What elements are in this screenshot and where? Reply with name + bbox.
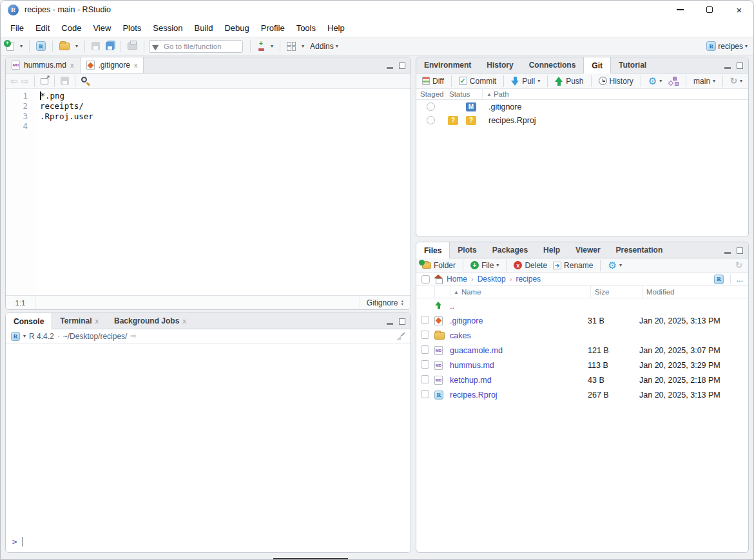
tab-packages[interactable]: Packages [485,242,536,258]
project-directory-icon[interactable]: R [714,275,724,284]
minimize-pane-icon[interactable] [387,67,393,69]
menu-debug[interactable]: Debug [218,21,255,35]
file-checkbox[interactable] [421,360,429,369]
close-tab-icon[interactable]: x [95,317,99,325]
menu-help[interactable]: Help [322,21,351,35]
git-file-row[interactable]: ? ? recipes.Rproj [416,113,748,127]
menu-file[interactable]: File [5,21,30,35]
more-options-button[interactable]: ... [730,275,743,284]
git-refresh-button[interactable]: ↻ ▾ [729,76,744,86]
file-row[interactable]: MD ketchup.md 43 B Jan 20, 2025, 2:18 PM [416,372,748,387]
menu-view[interactable]: View [87,21,117,35]
file-link[interactable]: ketchup.md [450,376,588,385]
menu-profile[interactable]: Profile [255,21,291,35]
tab-tutorial[interactable]: Tutorial [611,57,654,73]
folder-link[interactable]: cakes [450,331,588,340]
maximize-pane-icon[interactable] [737,63,743,69]
file-checkbox[interactable] [421,316,429,324]
new-folder-button[interactable]: Folder [421,260,457,271]
file-link[interactable]: hummus.md [450,361,588,370]
workspace-panes-dropdown[interactable]: ▾ [300,43,306,50]
save-button[interactable] [90,41,102,52]
tab-background-jobs[interactable]: Background Jobs x [106,313,194,329]
minimize-pane-icon[interactable] [387,323,393,325]
close-tab-icon[interactable]: x [182,317,186,325]
column-header-modified[interactable]: Modified [643,286,748,298]
tab-help[interactable]: Help [536,242,568,258]
workspace-panes-button[interactable] [285,41,298,52]
tab-plots[interactable]: Plots [450,242,484,258]
git-file-row[interactable]: M .gitignore [416,100,748,113]
close-window-button[interactable]: × [724,0,754,19]
console-prompt[interactable]: > [12,537,23,546]
tab-git[interactable]: Git [583,57,611,73]
maximize-pane-icon[interactable] [399,318,405,325]
editor-tab-hummus[interactable]: MD hummus.md x [6,57,81,73]
history-button[interactable]: History [597,76,635,86]
tab-files[interactable]: Files [416,242,450,258]
column-header-size[interactable]: Size [591,286,643,298]
new-file-button[interactable]: + [5,41,16,52]
project-menu-button[interactable]: R recipes ▾ [704,40,749,52]
column-header-path[interactable]: ▲ Path [483,89,748,99]
version-control-dropdown[interactable]: ▾ [269,43,275,50]
editor-content[interactable]: 1 2 3 4 *.png receipts/ .Rproj.user [6,89,411,295]
file-checkbox[interactable] [421,390,429,398]
new-project-button[interactable]: R [34,40,48,52]
file-row[interactable]: MD guacamole.md 121 B Jan 20, 2025, 3:07… [416,343,748,358]
branch-selector[interactable]: main ▾ [692,76,717,86]
staged-checkbox[interactable] [427,116,435,124]
open-file-dropdown[interactable]: ▾ [73,43,80,50]
maximize-pane-icon[interactable] [399,63,405,69]
file-row[interactable]: R recipes.Rproj 267 B Jan 20, 2025, 3:13… [416,387,748,402]
goto-file-search[interactable] [149,40,243,53]
addins-button[interactable]: Addins ▾ [308,41,340,52]
file-row[interactable]: .gitignore 31 B Jan 20, 2025, 3:13 PM [416,313,748,328]
new-blank-file-button[interactable]: + File ▾ [469,260,500,271]
print-button[interactable] [126,41,139,51]
save-source-icon[interactable] [61,77,69,85]
file-checkbox[interactable] [421,331,429,339]
minimize-pane-icon[interactable] [724,252,731,254]
menu-edit[interactable]: Edit [30,21,55,35]
file-checkbox[interactable] [421,375,429,383]
column-header-staged[interactable]: Staged [416,89,445,99]
file-link[interactable]: .. [450,302,588,311]
back-icon[interactable]: ⇦ [10,77,18,86]
editor-tab-gitignore[interactable]: .gitignore x [81,57,144,73]
menu-tools[interactable]: Tools [291,21,322,35]
delete-file-button[interactable]: x Delete [512,260,548,271]
goto-directory-icon[interactable]: ⇨ [130,333,136,340]
rename-file-button[interactable]: ➔ Rename [552,260,594,271]
cursor-position-button[interactable]: 1:1 [6,296,35,309]
file-row[interactable]: MD hummus.md 113 B Jan 20, 2025, 3:29 PM [416,358,748,372]
menu-code[interactable]: Code [55,21,87,35]
column-header-status[interactable]: Status [445,89,483,99]
tab-connections[interactable]: Connections [521,57,584,73]
tab-environment[interactable]: Environment [416,57,479,73]
tab-presentation[interactable]: Presentation [608,242,671,258]
show-in-new-window-icon[interactable] [41,78,48,84]
files-refresh-button[interactable]: ↻ [734,260,744,270]
tab-console[interactable]: Console [6,313,52,329]
file-row-parent[interactable]: .. [416,298,748,313]
save-all-button[interactable] [104,41,116,52]
select-all-checkbox[interactable] [421,275,430,284]
file-link[interactable]: .gitignore [450,316,588,325]
menu-plots[interactable]: Plots [117,21,147,35]
minimize-window-button[interactable] [665,0,695,19]
commit-button[interactable]: ✓ Commit [458,76,498,86]
push-button[interactable]: Push [554,76,585,86]
breadcrumb-home[interactable]: Home [447,275,467,284]
tab-terminal[interactable]: Terminal x [52,313,106,329]
goto-file-input[interactable] [162,42,233,51]
git-more-button[interactable]: ⚙ ▾ [647,75,663,86]
chevron-down-icon[interactable]: ▾ [23,334,26,339]
tab-history[interactable]: History [479,57,521,73]
menu-session[interactable]: Session [147,21,188,35]
forward-icon[interactable]: ⇨ [21,77,29,86]
maximize-pane-icon[interactable] [737,247,743,254]
close-tab-icon[interactable]: x [70,61,74,69]
breadcrumb-desktop[interactable]: Desktop [478,275,506,284]
open-file-button[interactable] [57,41,72,52]
